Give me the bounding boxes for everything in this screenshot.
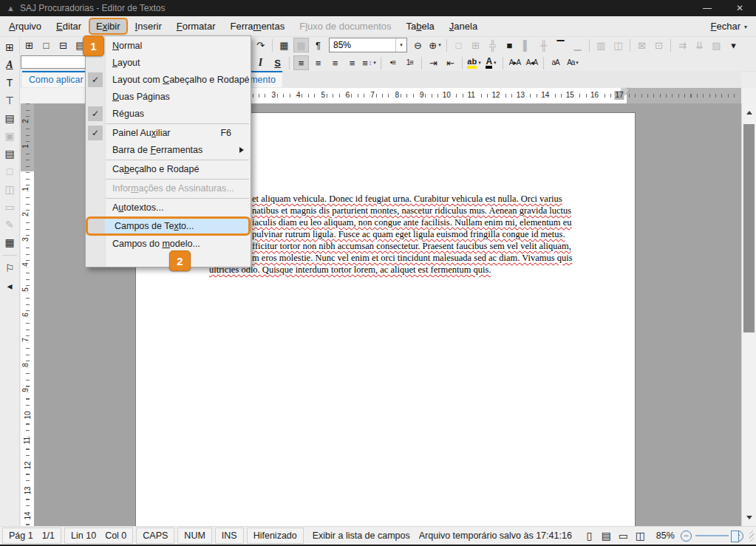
- menu-item-r-guas[interactable]: ✓Réguas: [86, 106, 251, 123]
- decrease-indent-icon[interactable]: ⇤: [443, 55, 458, 70]
- increase-indent-icon[interactable]: ⇥: [426, 55, 441, 70]
- scroll-down-button[interactable]: [742, 510, 756, 525]
- insert-text-icon[interactable]: T: [1, 74, 18, 92]
- table-tools-icon[interactable]: ▩: [293, 38, 309, 52]
- num-lock-toggle[interactable]: NUM: [177, 528, 211, 544]
- document-text-line[interactable]: natibus et magnis dis parturient montes,…: [252, 205, 571, 216]
- zoom-slider[interactable]: [695, 535, 729, 536]
- uppercase-icon[interactable]: aA: [548, 55, 563, 70]
- line-spacing-icon[interactable]: ≡↕▾: [361, 55, 377, 70]
- document-text-line[interactable]: et aliquam vehicula. Donec id feugiat ur…: [252, 194, 562, 205]
- hyphenation-toggle[interactable]: Hifenizado: [247, 528, 304, 544]
- zoom-out-button[interactable]: −: [681, 530, 692, 542]
- menu-item-informa-es-de-assinaturas[interactable]: Informações de Assinaturas...: [86, 180, 251, 197]
- collapse-panel-icon[interactable]: ◂: [1, 277, 18, 295]
- italic-icon[interactable]: I: [253, 55, 268, 70]
- menubar-item-janela[interactable]: Janela: [442, 18, 485, 35]
- zoom-combobox[interactable]: 85%▾: [329, 38, 407, 52]
- zoom-in-icon[interactable]: ⊕▾: [427, 38, 443, 52]
- menu-item-cabe-alho-e-rodap[interactable]: Cabeçalho e Rodapé: [86, 161, 251, 178]
- caps-lock-toggle[interactable]: CAPS: [136, 528, 174, 544]
- menubar-item-ferramentas[interactable]: Ferramentas: [222, 18, 292, 35]
- borders-none-icon[interactable]: □: [451, 38, 466, 52]
- document-text-line[interactable]: pulvinar rutrum ligula. Fusce ac quam eg…: [252, 229, 565, 240]
- document-text-line[interactable]: iaculis diam eu leo aliquam, non congue …: [252, 217, 572, 228]
- comment-icon[interactable]: ▭: [1, 198, 18, 216]
- vertical-scrollbar[interactable]: [741, 103, 756, 526]
- font-dialog-icon[interactable]: A: [1, 56, 18, 74]
- formatting-marks-icon[interactable]: ¶: [310, 38, 326, 52]
- borders-all-icon[interactable]: ⊞: [468, 38, 483, 52]
- zoom-slider-thumb[interactable]: [731, 530, 739, 542]
- font-name-combobox[interactable]: [21, 55, 90, 69]
- copy-icon[interactable]: ▣: [1, 127, 18, 145]
- menubar-item-inserir[interactable]: Inserir: [128, 18, 169, 35]
- borders-top-icon[interactable]: ▔: [553, 38, 568, 52]
- document-text-line[interactable]: ultricies odio. Quisque interdum tortor …: [209, 265, 491, 276]
- menubar-item-fluxo-de-documentos[interactable]: Fluxo de documentos: [292, 18, 398, 35]
- fields-list-icon[interactable]: ▤: [1, 145, 18, 163]
- shading-icon[interactable]: ▨: [709, 38, 724, 52]
- new-from-model-icon[interactable]: ⊞: [21, 38, 37, 52]
- page-icon[interactable]: □: [1, 163, 18, 180]
- scroll-up-button[interactable]: [742, 105, 756, 120]
- font-color-icon[interactable]: A▾: [483, 55, 499, 70]
- view-two-pages-icon[interactable]: ◫: [633, 529, 647, 542]
- menu-item-duas-p-ginas[interactable]: Duas Páginas: [86, 89, 251, 106]
- menu-item-painel-auxiliar[interactable]: ✓Painel AuxiliarF6: [86, 125, 251, 142]
- borders-bottom-icon[interactable]: ▁: [570, 38, 585, 52]
- align-left-icon[interactable]: ≡: [293, 55, 309, 70]
- close-button[interactable]: ✕: [723, 0, 756, 16]
- condense-spacing-icon[interactable]: A◂A: [524, 55, 539, 70]
- link-field-icon[interactable]: ⊡: [651, 38, 667, 52]
- document-text-line[interactable]: m eros molestie. Nunc vel enim et orci t…: [252, 253, 573, 264]
- menu-item-normal[interactable]: Normal: [86, 38, 251, 55]
- toolbar-overflow-icon[interactable]: ▾: [726, 38, 741, 52]
- merge-cells-icon[interactable]: ▥: [593, 38, 609, 52]
- unlink-field-icon[interactable]: ⊠: [634, 38, 650, 52]
- borders-center-icon[interactable]: ╫: [536, 38, 551, 52]
- zoom-out-icon[interactable]: ⊖: [410, 38, 426, 52]
- pages-icon[interactable]: ◫: [1, 180, 18, 198]
- minimize-button[interactable]: —: [691, 0, 723, 16]
- print-preview-icon[interactable]: ▦: [1, 233, 18, 251]
- align-right-icon[interactable]: ≡: [327, 55, 343, 70]
- insert-flow-icon[interactable]: ⇉: [675, 38, 690, 52]
- menubar-item-editar[interactable]: Editar: [49, 18, 89, 35]
- borders-inner-icon[interactable]: ╬: [485, 38, 500, 52]
- borders-outer-icon[interactable]: ■: [502, 38, 517, 52]
- menu-item-campos-do-modelo[interactable]: Campos do modelo...: [86, 236, 251, 253]
- menubar-item-tabela[interactable]: Tabela: [399, 18, 442, 35]
- resize-grip[interactable]: [749, 530, 754, 542]
- print-document-icon[interactable]: ▤: [1, 109, 18, 127]
- text-frame-icon[interactable]: ⊤: [1, 92, 18, 109]
- underline-icon[interactable]: S: [270, 55, 285, 70]
- view-normal-icon[interactable]: ▯: [582, 529, 596, 542]
- view-layout-icon[interactable]: ▤: [599, 529, 613, 542]
- bookmark-flag-icon[interactable]: ⚐: [1, 259, 18, 277]
- menu-item-campos-de-texto[interactable]: Campos de Texto...: [86, 216, 251, 236]
- expand-spacing-icon[interactable]: A▸A: [507, 55, 522, 70]
- menubar-item-fechar[interactable]: Fechar▾: [709, 18, 749, 35]
- scrollbar-thumb[interactable]: [743, 124, 755, 332]
- menubar-item-formatar[interactable]: Formatar: [169, 18, 223, 35]
- menubar-item-exibir[interactable]: Exibir: [89, 18, 128, 35]
- save-icon[interactable]: ⊟: [55, 38, 71, 52]
- lowercase-icon[interactable]: Aa▾: [565, 55, 580, 70]
- bullet-list-icon[interactable]: •≡: [385, 55, 401, 70]
- new-document-icon[interactable]: □: [38, 38, 54, 52]
- highlight-color-icon[interactable]: ab▾: [466, 55, 482, 70]
- menu-item-layout[interactable]: Layout: [86, 55, 251, 72]
- redo-icon[interactable]: ↷: [253, 38, 268, 52]
- align-justify-icon[interactable]: ≡: [344, 55, 360, 70]
- menu-item-barra-de-ferramentas[interactable]: Barra de Ferramentas: [86, 142, 251, 159]
- insert-break-icon[interactable]: ⇊: [692, 38, 707, 52]
- view-header-footer-icon[interactable]: ▭: [616, 529, 630, 542]
- edit-document-icon[interactable]: ✎: [1, 216, 18, 233]
- align-center-icon[interactable]: ≡: [310, 55, 326, 70]
- menubar-item-arquivo[interactable]: Arquivo: [1, 18, 49, 35]
- borders-left-icon[interactable]: ▌: [519, 38, 534, 52]
- numbered-list-icon[interactable]: 1≡: [402, 55, 418, 70]
- menu-item-autotextos[interactable]: Autotextos...: [86, 199, 251, 216]
- insert-table-icon[interactable]: ▦: [276, 38, 292, 52]
